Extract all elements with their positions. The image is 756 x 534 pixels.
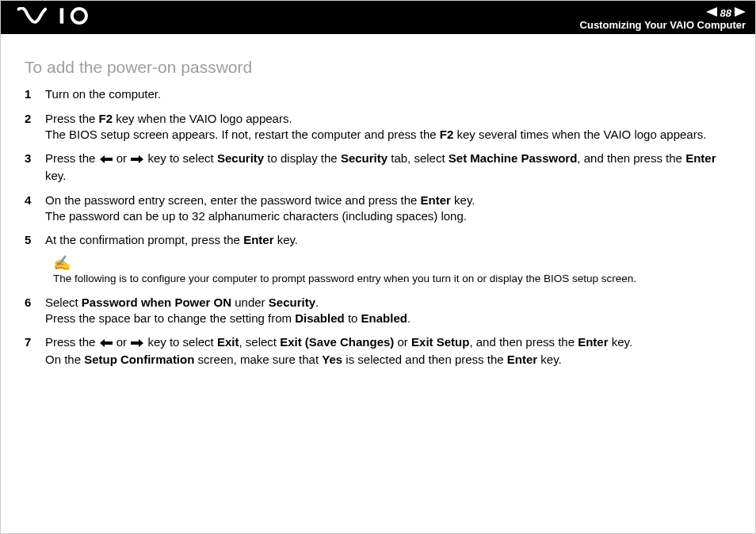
step-item: 6Select Password when Power ON under Sec…: [25, 295, 733, 327]
step-item: 5At the confirmation prompt, press the E…: [25, 232, 733, 248]
step-number: 7: [25, 334, 45, 368]
step-item: 3Press the or key to select Security to …: [25, 151, 733, 185]
step-item: 7Press the or key to select Exit, select…: [25, 334, 733, 368]
step-text: Turn on the computer.: [45, 86, 733, 102]
page-heading: To add the power-on password: [25, 56, 733, 78]
svg-point-1: [72, 9, 86, 23]
section-title: Customizing Your VAIO Computer: [580, 20, 746, 31]
next-page-icon[interactable]: [735, 7, 746, 19]
header-right: 88 Customizing Your VAIO Computer: [580, 7, 746, 31]
content-area: To add the power-on password 1Turn on th…: [1, 34, 755, 368]
left-arrow-icon: [100, 336, 113, 352]
step-text: Press the or key to select Exit, select …: [45, 334, 733, 368]
prev-page-icon[interactable]: [706, 7, 717, 19]
step-text: At the confirmation prompt, press the En…: [45, 232, 733, 248]
right-arrow-icon: [131, 336, 143, 352]
step-item: 2Press the F2 key when the VAIO logo app…: [25, 111, 733, 143]
step-text: Select Password when Power ON under Secu…: [45, 295, 733, 327]
step-item: 4On the password entry screen, enter the…: [25, 193, 733, 225]
left-arrow-icon: [100, 152, 113, 168]
document-page: 88 Customizing Your VAIO Computer To add…: [0, 0, 756, 534]
step-number: 5: [25, 232, 45, 248]
steps-list-continued: 6Select Password when Power ON under Sec…: [25, 295, 733, 368]
page-number: 88: [720, 8, 731, 19]
step-number: 2: [25, 111, 45, 143]
step-item: 1Turn on the computer.: [25, 86, 733, 102]
steps-list: 1Turn on the computer.2Press the F2 key …: [25, 86, 733, 248]
step-number: 1: [25, 86, 45, 102]
header-bar: 88 Customizing Your VAIO Computer: [1, 1, 755, 34]
right-arrow-icon: [131, 152, 143, 168]
step-text: On the password entry screen, enter the …: [45, 193, 733, 225]
step-number: 6: [25, 295, 45, 327]
note-text: The following is to configure your compu…: [53, 273, 636, 284]
vaio-logo-icon: [15, 1, 102, 31]
step-number: 3: [25, 151, 45, 185]
step-number: 4: [25, 193, 45, 225]
page-nav: 88: [706, 7, 746, 19]
note-icon: ✍: [53, 256, 733, 270]
step-text: Press the or key to select Security to d…: [45, 151, 733, 185]
step-text: Press the F2 key when the VAIO logo appe…: [45, 111, 733, 143]
note-block: ✍ The following is to configure your com…: [53, 256, 733, 286]
